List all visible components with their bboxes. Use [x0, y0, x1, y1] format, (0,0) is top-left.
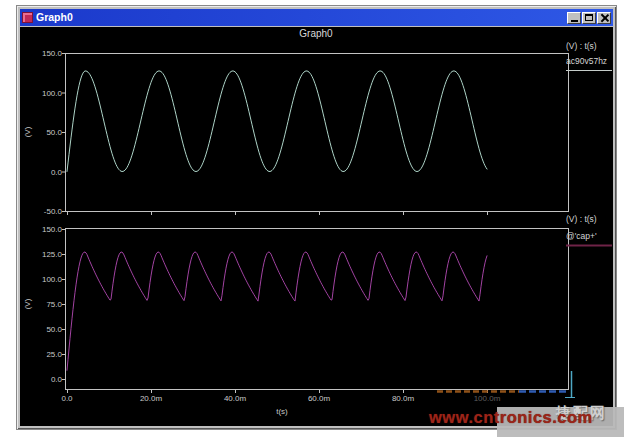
window-title: Graph0 [36, 9, 564, 26]
legend-top-axis: (V) : t(s) [566, 41, 614, 51]
graph-window: Graph0 [16, 5, 617, 430]
window-titlebar[interactable]: Graph0 [20, 9, 613, 26]
y-tick-label-bottom-3: 75.0 [46, 300, 62, 309]
screenshot-root: Graph0 Graph0 (V) (V) t(s) (V) : t(s) ac… [0, 0, 624, 437]
minimize-icon [571, 20, 578, 22]
close-button[interactable] [597, 12, 611, 24]
y-tick-label-top-1: 100.0 [42, 88, 62, 97]
x-tick-label-1: 20.0m [140, 394, 162, 403]
watermark-url-text: www.cntronics.com [429, 408, 593, 427]
y-tick-label-bottom-6: 0.0 [51, 375, 62, 384]
y-tick-label-top-2: 50.0 [46, 128, 62, 137]
app-icon [22, 12, 33, 23]
window-controls [567, 12, 611, 24]
y-tick-label-bottom-1: 125.0 [42, 250, 62, 259]
y-tick-label-bottom-2: 100.0 [42, 275, 62, 284]
x-tick-label-0: 0.0 [61, 394, 72, 403]
legend-bottom-trace[interactable]: @'cap+' [566, 231, 614, 241]
y-axis-unit-bottom: (V) [23, 299, 32, 310]
graph-title: Graph0 [299, 28, 332, 39]
graph-canvas[interactable] [20, 27, 613, 426]
minimize-button[interactable] [567, 12, 581, 24]
x-tick-label-2: 40.0m [224, 394, 246, 403]
maximize-button[interactable] [582, 12, 596, 24]
legend-top-trace[interactable]: ac90v57hz [566, 56, 614, 66]
y-tick-label-bottom-5: 25.0 [46, 350, 62, 359]
y-tick-label-top-3: 0.0 [51, 167, 62, 176]
maximize-icon [585, 14, 593, 21]
x-tick-label-3: 60.0m [308, 394, 330, 403]
y-tick-label-top-4: -50.0 [44, 207, 62, 216]
close-icon [600, 14, 608, 22]
x-axis-unit: t(s) [276, 407, 288, 416]
x-tick-label-5: 100.0m [474, 394, 501, 403]
y-axis-unit-top: (V) [23, 127, 32, 138]
y-tick-label-top-0: 150.0 [42, 49, 62, 58]
y-tick-label-bottom-4: 50.0 [46, 325, 62, 334]
y-tick-label-bottom-0: 150.0 [42, 225, 62, 234]
x-tick-label-4: 80.0m [392, 394, 414, 403]
legend-bottom-axis: (V) : t(s) [566, 214, 614, 224]
